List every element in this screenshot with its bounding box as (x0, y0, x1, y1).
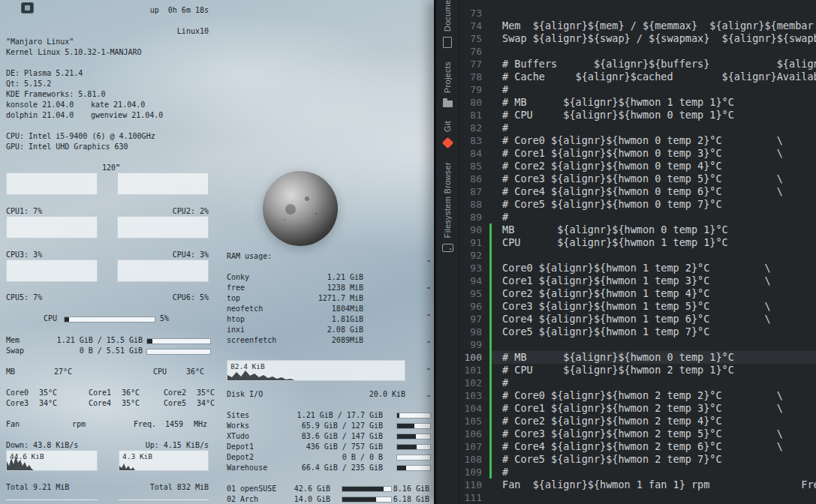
code-line[interactable]: 107# Core4 ${alignr}${hwmon 2 temp 6}°C … (459, 440, 816, 453)
code-text: # Core0 ${alignr}${hwmon 0 temp 2}°C \ (492, 134, 816, 147)
code-text: # Core3 ${alignr}${hwmon 2 temp 5}°C \ (492, 428, 816, 440)
code-text: CPU ${alignr}${hwmon 1 temp 1}°C (492, 236, 816, 249)
fs-bar (396, 412, 431, 418)
code-line[interactable]: 84# Core1 ${alignr}${hwmon 0 temp 3}°C \ (459, 147, 816, 160)
code-line[interactable]: 88# Core5 ${alignr}${hwmon 0 temp 7}°C (459, 198, 816, 211)
code-line[interactable]: 79# (459, 83, 816, 96)
code-line[interactable]: 100# MB ${alignr}${hwmon 0 temp 1}°C (459, 351, 816, 364)
cpu-core-graph (117, 216, 209, 238)
net-down-label: Down: 43.8 KiB/s (6, 441, 78, 449)
line-number: 74 (459, 20, 489, 32)
code-line[interactable]: 109# (459, 466, 816, 478)
edge-dot (427, 395, 430, 397)
net-up-graph: 4.3 KiB (119, 450, 209, 471)
code-line[interactable]: 103# Core0 ${alignr}${hwmon 2 temp 2}°C … (459, 389, 816, 402)
code-line[interactable]: 108# Core5 ${alignr}${hwmon 2 temp 7}°C (459, 453, 816, 466)
tool-tab-projects[interactable]: Projects (443, 62, 453, 107)
code-line[interactable]: 95Core2 ${alignr}${hwmon 1 temp 4}°C (459, 287, 816, 300)
tool-tab-filesystem-browser[interactable]: Filesystem Browser (442, 162, 453, 251)
code-line[interactable]: 92 (459, 249, 816, 262)
code-line[interactable]: 89# (459, 211, 816, 224)
core-temps-row: Core035°CCore136°CCore235°C (6, 388, 210, 398)
tool-tab-documents[interactable]: Documents (443, 0, 452, 48)
line-number: 102 (459, 376, 489, 389)
line-number: 111 (459, 491, 489, 504)
ram-usage-row: free1238 MiB (225, 284, 431, 292)
ram-usage-row: screenfetch2089MiB (225, 336, 431, 345)
edge-dot (427, 368, 430, 370)
line-number: 89 (459, 211, 489, 224)
fs-usage: 83.6 GiB / 147 GiB (225, 432, 383, 440)
editor-text-area[interactable]: 7374Mem ${alignr}${mem} / ${memmax} ${al… (459, 0, 816, 504)
screen: up 0h 6m 18s Linux10 "Manjaro Linux" Ker… (0, 0, 816, 504)
code-line[interactable]: 83# Core0 ${alignr}${hwmon 0 temp 2}°C \ (459, 134, 816, 147)
cpu-core-graph (6, 260, 98, 282)
code-line[interactable]: 73 (459, 7, 816, 20)
process-mem: 1.21 GiB (225, 273, 363, 281)
code-line[interactable]: 80# MB ${alignr}${hwmon 1 temp 1}°C (459, 96, 816, 109)
line-number: 110 (459, 478, 489, 491)
code-line[interactable]: 104# Core1 ${alignr}${hwmon 2 temp 3}°C … (459, 402, 816, 415)
cpu-core-labels: CPU5: 7%CPU6: 5% (6, 293, 210, 302)
code-line[interactable]: 105# Core2 ${alignr}${hwmon 2 temp 4}°C (459, 415, 816, 428)
desktop-environment: DE: Plasma 5.21.4 (6, 69, 210, 78)
code-text: Core2 ${alignr}${hwmon 1 temp 4}°C (492, 287, 816, 300)
edge-dot (427, 314, 430, 316)
code-line[interactable]: 99 (459, 338, 816, 351)
code-line[interactable]: 74Mem ${alignr}${mem} / ${memmax} ${alig… (459, 20, 816, 32)
freq-value: 1459 (165, 420, 183, 428)
code-line[interactable]: 90MB ${alignr}${hwmon 0 temp 1}°C (459, 224, 816, 236)
tool-tab-label: Git (443, 121, 452, 132)
distro-row: 02 Arch14.0 GiB6.18 GiB (225, 495, 431, 504)
code-line[interactable]: 78# Cache ${alignr}$cached ${alignr}Avai… (459, 70, 816, 83)
code-line[interactable]: 93Core0 ${alignr}${hwmon 1 temp 2}°C \ (459, 262, 816, 274)
app-version: gwenview 21.04.0 (91, 111, 163, 119)
code-text: # Core0 ${alignr}${hwmon 2 temp 2}°C \ (492, 389, 816, 402)
cpu-usage-bar (64, 316, 155, 322)
code-text (492, 491, 816, 504)
fan-row: Fan rpm Freq. 1459 MHz (6, 420, 210, 429)
code-line[interactable]: 96Core3 ${alignr}${hwmon 1 temp 5}°C \ (459, 300, 816, 313)
os-name: "Manjaro Linux" (6, 38, 210, 46)
line-number: 84 (459, 147, 489, 160)
line-number: 85 (459, 160, 489, 172)
line-number: 79 (459, 83, 489, 96)
code-line[interactable]: 86# Core3 ${alignr}${hwmon 0 temp 5}°C \ (459, 172, 816, 185)
net-down-waveform (7, 451, 97, 470)
code-line[interactable]: 75Swap ${alignr}${swap} / ${swapmax} ${a… (459, 32, 816, 45)
filesystem-row: Depot20 B / 0 B (225, 453, 431, 462)
code-line[interactable]: 91CPU ${alignr}${hwmon 1 temp 1}°C (459, 236, 816, 249)
code-line[interactable]: 106# Core3 ${alignr}${hwmon 2 temp 5}°C … (459, 428, 816, 440)
code-line[interactable]: 101# CPU ${alignr}${hwmon 2 temp 1}°C (459, 364, 816, 376)
code-line[interactable]: 110Fan ${alignr}${hwmon 1 fan 1} rpm Fre… (459, 478, 816, 491)
code-line[interactable]: 97Core4 ${alignr}${hwmon 1 temp 6}°C \ (459, 313, 816, 326)
code-line[interactable]: 87# Core4 ${alignr}${hwmon 0 temp 6}°C \ (459, 185, 816, 198)
code-text (492, 249, 816, 262)
code-line[interactable]: 111 (459, 491, 816, 504)
filesystem-row: Depot1436 GiB / 757 GiB (225, 442, 431, 452)
cpu-bar-label: CPU (44, 314, 57, 322)
app-version: kate 21.04.0 (91, 100, 145, 109)
freq-label: Freq. (134, 420, 156, 428)
code-line[interactable]: 85# Core2 ${alignr}${hwmon 0 temp 4}°C (459, 160, 816, 172)
line-number: 78 (459, 70, 489, 83)
cpu-total-row: CPU 5% (6, 314, 210, 323)
tool-tab-git[interactable]: Git (443, 121, 452, 148)
line-number: 82 (459, 122, 489, 134)
project-icon (443, 100, 453, 107)
document-icon (443, 37, 452, 48)
process-mem: 1.81GiB (225, 315, 363, 323)
code-line[interactable]: 94Core1 ${alignr}${hwmon 1 temp 3}°C \ (459, 274, 816, 287)
fs-usage: 0 B / 0 B (225, 453, 383, 461)
cpu-core-graph (6, 216, 98, 238)
code-line[interactable]: 76 (459, 45, 816, 58)
line-number: 94 (459, 274, 489, 287)
code-line[interactable]: 81# CPU ${alignr}${hwmon 0 temp 1}°C (459, 109, 816, 122)
cpu-core-labels: CPU1: 7%CPU2: 2% (6, 207, 210, 216)
code-line[interactable]: 77# Buffers ${alignr}${buffers} ${alignr… (459, 58, 816, 70)
line-number: 104 (459, 402, 489, 415)
code-line[interactable]: 102# (459, 376, 816, 389)
line-number: 83 (459, 134, 489, 147)
code-line[interactable]: 82# (459, 122, 816, 134)
code-line[interactable]: 98Core5 ${alignr}${hwmon 1 temp 7}°C (459, 326, 816, 338)
